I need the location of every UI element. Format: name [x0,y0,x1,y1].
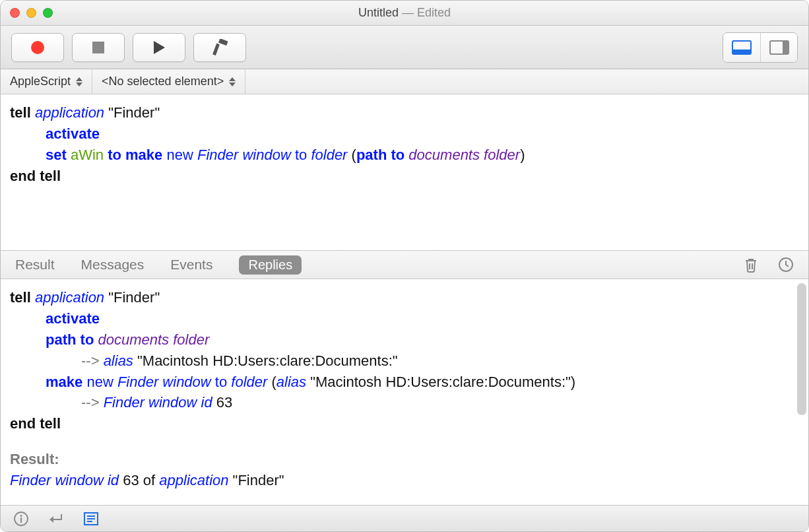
info-button[interactable] [14,512,28,526]
script-editor-window: Untitled — Edited [0,0,809,532]
clear-log-button[interactable] [744,257,758,273]
log-line: --> alias "Macintosh HD:Users:clare:Docu… [10,350,799,372]
svg-rect-16 [20,517,22,523]
svg-point-0 [31,41,44,54]
svg-rect-1 [92,42,104,53]
compile-button[interactable] [193,33,246,62]
record-button[interactable] [11,33,64,62]
svg-marker-11 [229,77,236,81]
svg-marker-2 [154,41,165,54]
return-icon [48,512,64,525]
log-line: tell application "Finder" [10,287,799,308]
language-selector[interactable]: AppleScript [1,69,92,94]
titlebar: Untitled — Edited [1,1,808,26]
info-icon [14,512,28,526]
toolbar [1,26,808,69]
minimize-window-button[interactable] [26,8,36,18]
zoom-window-button[interactable] [43,8,53,18]
svg-rect-6 [732,50,751,54]
result-label: Result: [10,449,799,470]
log-history-button[interactable] [778,257,794,273]
code-line: activate [10,123,799,145]
hammer-icon [210,39,229,56]
log-line: activate [10,308,799,329]
show-bottom-panel-button[interactable] [723,33,760,62]
log-pane[interactable]: tell application "Finder" activate path … [1,279,808,505]
tab-replies[interactable]: Replies [239,255,302,275]
trash-icon [744,257,758,273]
code-line: tell application "Finder" [10,102,799,123]
window-title-name: Untitled [358,6,399,19]
code-line: set aWin to make new Finder window to fo… [10,145,799,166]
script-editor-pane[interactable]: tell application "Finder" activate set a… [1,94,808,250]
description-icon [84,512,98,525]
code-line: end tell [10,166,799,187]
svg-point-15 [20,515,22,517]
updown-icon [76,77,82,86]
record-icon [30,40,45,55]
clock-icon [778,257,794,273]
element-selector-label: <No selected element> [102,75,224,88]
log-line: --> Finder window id 63 [10,392,799,413]
result-line: Finder window id 63 of application "Find… [10,470,799,491]
svg-rect-4 [212,43,220,55]
element-selector[interactable]: <No selected element> [92,69,245,94]
window-title: Untitled — Edited [1,6,808,20]
log-scrollbar[interactable] [797,283,806,501]
tab-result[interactable]: Result [15,257,55,273]
updown-icon [229,77,236,86]
description-button[interactable] [84,512,98,525]
scrollbar-thumb[interactable] [797,283,806,415]
svg-rect-8 [783,41,789,54]
status-bar [1,505,808,531]
panel-toggle-group [723,32,798,63]
log-line: make new Finder window to folder (alias … [10,372,799,393]
svg-marker-9 [76,77,82,81]
svg-marker-10 [76,83,82,86]
language-selector-label: AppleScript [10,75,71,88]
svg-marker-12 [229,83,236,86]
tab-events[interactable]: Events [170,257,212,273]
bottom-tab-bar: Result Messages Events Replies [1,250,808,279]
panel-bottom-icon [732,40,752,55]
close-window-button[interactable] [10,8,20,18]
panel-right-icon [769,40,789,55]
stop-icon [92,41,105,54]
navigation-bar: AppleScript <No selected element> [1,69,808,94]
log-line: path to documents folder [10,329,799,350]
log-line: end tell [10,413,799,434]
traffic-lights [10,8,53,18]
tab-messages[interactable]: Messages [81,257,145,273]
svg-rect-3 [218,39,228,46]
show-side-panel-button[interactable] [760,33,797,62]
svg-marker-17 [49,516,53,523]
play-icon [152,40,166,55]
return-button[interactable] [48,512,64,525]
window-title-edited: — Edited [399,6,451,19]
run-button[interactable] [133,33,185,62]
stop-button[interactable] [72,33,125,62]
